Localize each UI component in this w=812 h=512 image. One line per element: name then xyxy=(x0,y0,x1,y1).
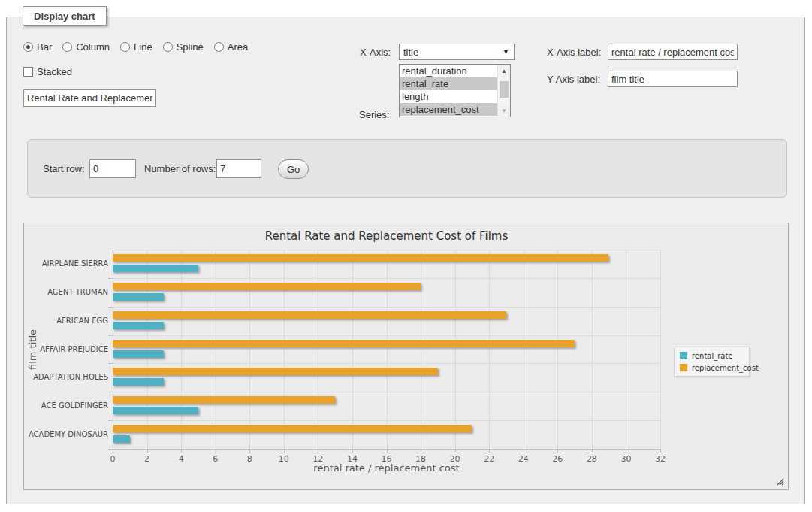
series-option-rental_rate[interactable]: rental_rate xyxy=(400,77,497,90)
gridline-vertical xyxy=(249,250,250,449)
legend-swatch xyxy=(679,363,688,372)
bar-replacement_cost[interactable] xyxy=(113,254,608,262)
category-label: ADAPTATION HOLES xyxy=(28,373,108,382)
y-axis-line xyxy=(113,250,113,449)
category-label: ACE GOLDFINGER xyxy=(28,401,108,411)
chart-type-spline[interactable]: Spline xyxy=(163,41,204,53)
y-axis-label-input[interactable] xyxy=(608,71,738,87)
scroll-down-icon[interactable]: ▼ xyxy=(498,105,510,117)
stacked-option[interactable]: Stacked xyxy=(23,66,72,77)
gridline-vertical xyxy=(284,250,285,449)
x-axis-selected-value: title xyxy=(403,47,418,58)
bar-replacement_cost[interactable] xyxy=(113,283,421,290)
legend-item-replacement_cost[interactable]: replacement_cost xyxy=(679,363,744,372)
radio-label: Bar xyxy=(37,41,52,53)
num-rows-label: Number of rows: xyxy=(144,163,216,174)
radio-icon[interactable] xyxy=(214,42,224,52)
series-listbox[interactable]: rental_durationrental_ratelengthreplacem… xyxy=(399,64,511,117)
fieldset-legend-text: Display chart xyxy=(34,11,95,22)
legend-label: replacement_cost xyxy=(692,364,759,372)
bar-replacement_cost[interactable] xyxy=(113,340,575,347)
bar-replacement_cost[interactable] xyxy=(113,368,438,375)
series-list-label: Series: xyxy=(359,109,389,120)
gridline-vertical xyxy=(592,250,593,449)
bar-rental_rate[interactable] xyxy=(113,378,164,386)
radio-label: Area xyxy=(228,41,248,53)
category-label: AFFAIR PREJUDICE xyxy=(28,345,108,354)
chart-type-column[interactable]: Column xyxy=(62,41,110,53)
scroll-up-icon[interactable]: ▲ xyxy=(498,65,510,77)
bar-replacement_cost[interactable] xyxy=(113,311,506,319)
scrollbar-thumb[interactable] xyxy=(500,81,509,98)
gridline-vertical xyxy=(387,250,388,449)
radio-icon[interactable] xyxy=(163,42,173,52)
stacked-label: Stacked xyxy=(37,66,72,77)
row-range-panel: Start row: Number of rows: Go xyxy=(27,139,787,198)
gridline-vertical xyxy=(352,250,353,449)
radio-icon[interactable] xyxy=(23,42,33,52)
radio-label: Line xyxy=(134,41,152,53)
x-axis-select-label: X-Axis: xyxy=(360,47,391,58)
bar-rental_rate[interactable] xyxy=(113,435,130,443)
gridline-vertical xyxy=(147,250,148,449)
y-axis-title: film title xyxy=(27,301,39,398)
x-axis-tick xyxy=(660,449,661,453)
chevron-down-icon: ▼ xyxy=(503,49,509,56)
gridline-vertical xyxy=(216,250,216,449)
gridline-vertical xyxy=(455,250,456,449)
gridline-vertical xyxy=(318,250,318,449)
category-label: ACADEMY DINOSAUR xyxy=(28,430,108,439)
bar-rental_rate[interactable] xyxy=(113,265,198,272)
legend-item-rental_rate[interactable]: rental_rate xyxy=(679,351,744,360)
chart-type-bar[interactable]: Bar xyxy=(23,41,52,53)
gridline-vertical xyxy=(489,250,490,449)
chart-type-radios: BarColumnLineSplineArea xyxy=(23,41,248,53)
series-option-length[interactable]: length xyxy=(400,90,497,103)
radio-icon[interactable] xyxy=(62,42,72,52)
chart-type-area[interactable]: Area xyxy=(214,41,248,53)
category-label: AGENT TRUMAN xyxy=(28,288,108,297)
gridline-horizontal xyxy=(113,250,660,250)
series-scrollbar[interactable]: ▲ ▼ xyxy=(497,65,510,117)
app-window: Display chart BarColumnLineSplineArea St… xyxy=(0,0,812,512)
radio-icon[interactable] xyxy=(120,42,130,52)
category-label: AIRPLANE SIERRA xyxy=(28,259,108,268)
category-label: AFRICAN EGG xyxy=(28,317,108,326)
gridline-vertical xyxy=(421,250,421,449)
series-options: rental_durationrental_ratelengthreplacem… xyxy=(400,65,497,116)
start-row-input[interactable] xyxy=(89,159,136,178)
num-rows-input[interactable] xyxy=(216,159,261,178)
legend-label: rental_rate xyxy=(692,352,733,360)
gridline-horizontal xyxy=(113,307,660,308)
x-axis-select[interactable]: title ▼ xyxy=(399,44,515,60)
y-axis-label-caption: Y-Axis label: xyxy=(547,74,600,85)
bar-rental_rate[interactable] xyxy=(113,293,164,301)
chart-title-input[interactable] xyxy=(23,89,156,107)
x-axis-label-input[interactable] xyxy=(608,44,738,60)
chart-legend: rental_ratereplacement_cost xyxy=(674,347,750,377)
bar-rental_rate[interactable] xyxy=(113,350,164,358)
gridline-vertical xyxy=(524,250,524,449)
bar-replacement_cost[interactable] xyxy=(113,396,335,404)
series-option-rental_duration[interactable]: rental_duration xyxy=(400,65,497,77)
x-axis-label-caption: X-Axis label: xyxy=(547,47,601,58)
x-axis-title: rental rate / replacement cost xyxy=(113,462,660,474)
gridline-horizontal xyxy=(113,392,660,392)
gridline-vertical xyxy=(557,250,558,449)
chart-type-line[interactable]: Line xyxy=(120,41,152,53)
series-option-replacement_cost[interactable]: replacement_cost xyxy=(400,103,497,116)
gridline-vertical xyxy=(660,250,661,449)
bar-replacement_cost[interactable] xyxy=(113,425,472,432)
gridline-vertical xyxy=(626,250,626,449)
display-chart-fieldset: BarColumnLineSplineArea Stacked X-Axis: … xyxy=(6,17,805,504)
go-button-label: Go xyxy=(287,164,300,175)
gridline-horizontal xyxy=(113,335,660,336)
radio-label: Spline xyxy=(177,41,204,53)
bar-rental_rate[interactable] xyxy=(113,407,198,414)
bar-rental_rate[interactable] xyxy=(113,322,164,329)
resize-handle-icon[interactable] xyxy=(777,478,784,486)
gridline-horizontal xyxy=(113,278,660,279)
go-button[interactable]: Go xyxy=(278,159,309,179)
stacked-checkbox[interactable] xyxy=(23,67,33,77)
legend-swatch xyxy=(679,351,688,360)
